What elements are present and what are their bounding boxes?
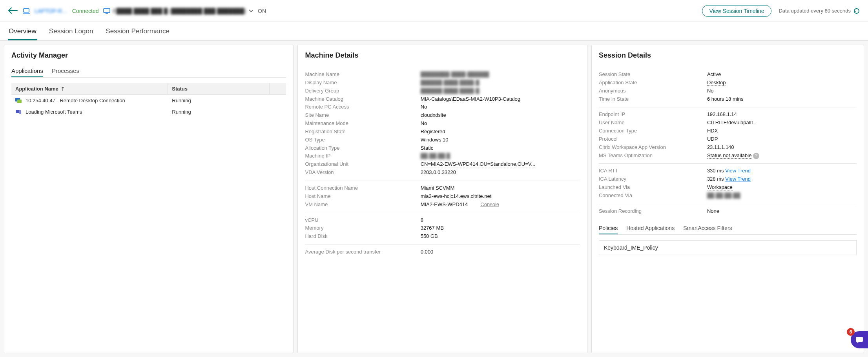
session-details-panel: Session Details Session StateActive Appl… [591,45,864,353]
activity-manager-title: Activity Manager [11,51,286,60]
table-row[interactable]: Loading Microsoft Teams Running [11,106,286,118]
teams-icon [11,109,26,116]
monitor-icon [103,8,110,14]
tab-hosted-applications[interactable]: Hosted Applications [626,223,675,234]
svg-rect-6 [19,112,21,114]
svg-rect-4 [16,110,19,113]
app-status: Running [168,108,270,116]
svg-point-5 [19,110,21,112]
app-name: Loading Microsoft Teams [26,108,168,116]
back-icon[interactable] [8,7,18,15]
svg-rect-1 [104,9,110,13]
machine-details-title: Machine Details [305,51,580,60]
laptop-name-blur: LAPTOP-R… [35,8,67,14]
update-frequency-text: Data updated every 60 seconds [779,8,851,14]
table-row[interactable]: 10.254.40.47 - Remote Desktop Connection… [11,95,286,106]
column-application-name[interactable]: Application Name [11,83,168,94]
help-icon[interactable]: ? [753,153,759,159]
rdc-icon [11,97,26,104]
view-trend-link[interactable]: View Trend [725,168,751,174]
tab-processes[interactable]: Processes [52,65,79,77]
svg-rect-0 [24,9,29,12]
tab-applications[interactable]: Applications [11,65,43,77]
console-link[interactable]: Console [480,201,499,207]
org-unit-value[interactable]: CN=MIA2-EWS-WPD414,OU=Standalone,OU=V... [421,161,536,167]
svg-rect-3 [17,100,22,103]
tab-smartaccess-filters[interactable]: SmartAccess Filters [683,223,732,234]
app-status: Running [168,97,270,104]
app-name: 10.254.40.47 - Remote Desktop Connection [26,97,168,104]
tab-overview[interactable]: Overview [8,24,37,40]
connected-status: Connected [72,8,99,14]
sort-asc-icon [61,87,65,91]
refresh-icon[interactable] [853,7,860,14]
power-state: ON [258,8,266,14]
tab-session-logon[interactable]: Session Logon [48,24,94,40]
monitor-name-blur: E████ ████ ███ █ (████████ ███ ███████) [113,8,246,14]
teams-optimization-value[interactable]: Status not available [707,152,751,159]
activity-manager-panel: Activity Manager Applications Processes … [4,45,294,353]
view-trend-link[interactable]: View Trend [725,176,751,182]
chat-widget[interactable]: 6 [851,331,868,348]
policy-item[interactable]: Keyboard_IME_Policy [599,240,857,255]
chat-badge: 6 [847,328,855,336]
column-status[interactable]: Status [168,83,270,94]
session-details-title: Session Details [599,51,857,60]
launched-via-value[interactable]: Workspace [707,184,733,190]
chevron-down-icon[interactable] [248,9,254,13]
application-state-value[interactable]: Desktop [707,80,726,86]
machine-details-panel: Machine Details Machine Name████████-███… [297,45,587,353]
tab-policies[interactable]: Policies [599,223,618,234]
view-session-timeline-button[interactable]: View Session Timeline [702,5,772,17]
tab-session-performance[interactable]: Session Performance [105,24,170,40]
laptop-icon [23,8,30,14]
